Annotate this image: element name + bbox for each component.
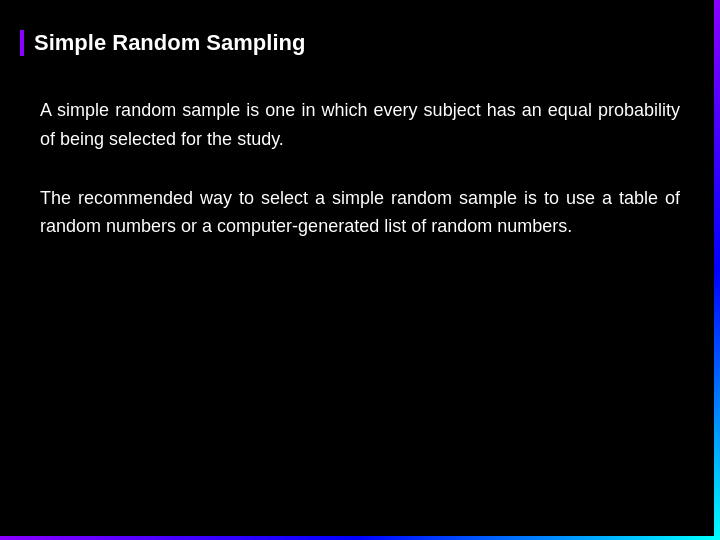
- paragraph-2: The recommended way to select a simple r…: [40, 184, 680, 242]
- title-bar: Simple Random Sampling: [20, 30, 690, 56]
- content-area: A simple random sample is one in which e…: [20, 86, 690, 520]
- slide-container: Simple Random Sampling A simple random s…: [0, 0, 720, 540]
- slide-title: Simple Random Sampling: [34, 30, 690, 56]
- bottom-border-decoration: [0, 536, 714, 540]
- right-border-decoration: [714, 0, 720, 540]
- paragraph-1: A simple random sample is one in which e…: [40, 96, 680, 154]
